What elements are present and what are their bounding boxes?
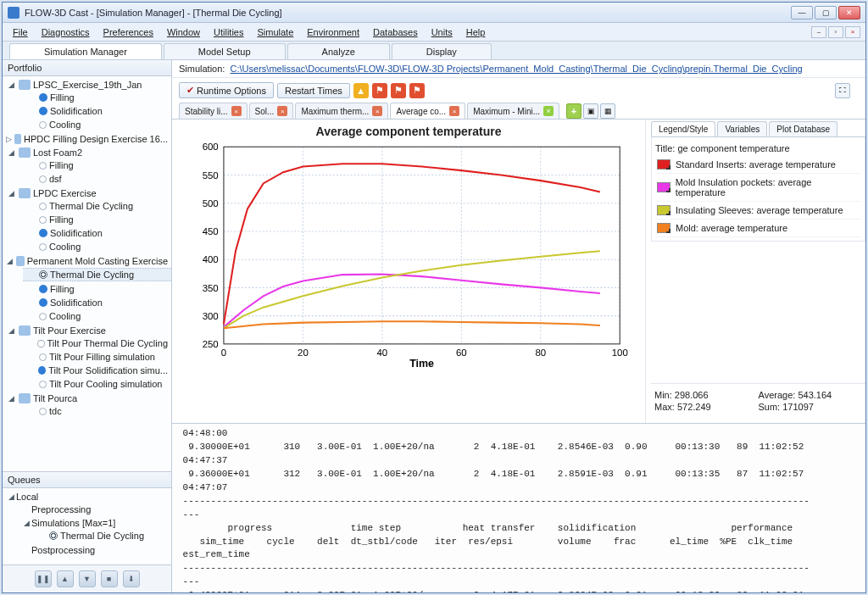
close-icon[interactable]: × <box>449 106 459 116</box>
legend-item[interactable]: Mold Insulation pockets: average tempera… <box>655 174 861 202</box>
close-icon[interactable]: × <box>277 106 287 116</box>
chart-tab-maxtherm[interactable]: Maximum therm...× <box>295 103 388 119</box>
move-down-button[interactable]: ▼ <box>79 570 96 587</box>
tree-item[interactable]: Thermal Die Cycling <box>23 200 171 212</box>
tab-legend-style[interactable]: Legend/Style <box>651 121 715 136</box>
maximize-chart-button[interactable]: ⛶ <box>835 83 850 98</box>
tab-analyze[interactable]: Analyze <box>287 43 390 59</box>
tree-item[interactable]: Cooling <box>23 310 171 322</box>
mdi-close-button[interactable]: × <box>845 26 860 38</box>
tree-item[interactable]: Solidification <box>23 227 171 239</box>
chart-tab-stability[interactable]: Stability li...× <box>179 103 248 119</box>
svg-text:500: 500 <box>203 198 219 209</box>
mdi-minimize-button[interactable]: – <box>811 26 826 38</box>
status-icon <box>39 229 47 237</box>
runtime-options-button[interactable]: ✔Runtime Options <box>179 82 274 98</box>
close-icon[interactable]: × <box>231 106 242 116</box>
portfolio-tree[interactable]: ◢LPSC_Exercise_19th_JanFillingSolidifica… <box>3 76 171 471</box>
tree-item[interactable]: Filling <box>23 159 171 171</box>
pause-button[interactable]: ❚❚ <box>35 570 52 587</box>
legend-swatch <box>657 205 670 215</box>
tree-folder[interactable]: ◢LPDC Exercise <box>3 187 171 199</box>
status-icon <box>39 298 47 307</box>
tab-simulation-manager[interactable]: Simulation Manager <box>9 43 162 59</box>
tree-item[interactable]: Thermal Die Cycling <box>23 268 171 281</box>
queue-item[interactable]: ◢Simulations [Max=1] <box>18 517 171 529</box>
menu-window[interactable]: Window <box>160 25 207 39</box>
chart-tab-average[interactable]: Average co...× <box>390 103 465 119</box>
tree-item[interactable]: Solidification <box>23 105 171 117</box>
portfolio-header: Portfolio <box>3 60 171 76</box>
tree-folder[interactable]: ◢Tilt Pour Exercise <box>3 325 171 336</box>
tree-item[interactable]: tdc <box>23 405 171 417</box>
svg-text:0: 0 <box>221 348 226 358</box>
menu-simulate[interactable]: Simulate <box>250 25 300 39</box>
stop-button[interactable]: ■ <box>101 570 118 587</box>
tab-display[interactable]: Display <box>392 43 492 59</box>
tree-folder[interactable]: ◢Lost Foam2 <box>3 147 171 158</box>
tree-folder[interactable]: ◢Tilt Pourca <box>3 392 171 404</box>
queue-item[interactable]: Postprocessing <box>18 544 171 556</box>
flag-icon-2[interactable]: ⚑ <box>391 83 406 98</box>
queue-root[interactable]: ◢Local <box>3 491 171 503</box>
download-button[interactable]: ⬇ <box>123 570 140 587</box>
menu-file[interactable]: File <box>6 25 35 39</box>
close-icon[interactable]: × <box>372 106 382 116</box>
main-panel: Simulation: C:\Users\melissac\Documents\… <box>172 60 865 592</box>
line-chart[interactable]: 020406080100250300350400450500550600Time <box>177 142 640 370</box>
tree-item[interactable]: Tilt Pour Filling simulation <box>23 351 171 363</box>
folder-icon <box>19 188 31 198</box>
flag-icon-3[interactable]: ⚑ <box>409 83 425 98</box>
chart-tab-sol[interactable]: Sol...× <box>249 103 294 119</box>
status-icon <box>39 162 47 170</box>
close-icon[interactable]: × <box>543 106 554 116</box>
legend-item[interactable]: Mold: average temperature <box>655 220 861 237</box>
close-button[interactable]: ✕ <box>838 6 860 19</box>
tree-item[interactable]: Filling <box>23 214 171 225</box>
tree-folder[interactable]: ◢Permanent Mold Casting Exercise <box>3 255 171 267</box>
tree-item[interactable]: Tilt Pour Cooling simulation <box>23 378 171 390</box>
chart-tab-maxmin[interactable]: Maximum - Mini...× <box>467 103 559 119</box>
flag-icon-1[interactable]: ⚑ <box>372 83 387 98</box>
chart-tabstrip: Stability li...× Sol...× Maximum therm..… <box>172 103 865 120</box>
run-toolbar: ✔Runtime Options Restart Times ▲ ⚑ ⚑ ⚑ ⛶ <box>172 78 865 103</box>
tree-item[interactable]: Filling <box>23 283 171 295</box>
layout-2-button[interactable]: ▦ <box>600 103 615 119</box>
warning-icon[interactable]: ▲ <box>353 83 369 98</box>
tree-folder[interactable]: ▷HPDC Filling Design Exercise 16... <box>3 133 171 145</box>
legend-item[interactable]: Standard Inserts: average temperature <box>655 156 861 174</box>
mdi-restore-button[interactable]: ▫ <box>828 26 843 38</box>
queue-item[interactable]: Preprocessing <box>18 503 171 515</box>
maximize-button[interactable]: ▢ <box>815 6 837 19</box>
menu-environment[interactable]: Environment <box>300 25 366 39</box>
menu-help[interactable]: Help <box>459 25 492 39</box>
queue-sim[interactable]: Thermal Die Cycling <box>33 530 171 542</box>
tree-folder[interactable]: ◢LPSC_Exercise_19th_Jan <box>3 79 171 91</box>
menu-units[interactable]: Units <box>425 25 459 39</box>
queues-tree[interactable]: ◢LocalPreprocessing◢Simulations [Max=1]T… <box>3 488 171 564</box>
add-chart-button[interactable]: + <box>566 103 581 119</box>
layout-1-button[interactable]: ▣ <box>583 103 598 119</box>
tree-item[interactable]: Solidification <box>23 297 171 309</box>
simulation-path-link[interactable]: C:\Users\melissac\Documents\FLOW-3D\FLOW… <box>231 64 803 74</box>
restart-times-button[interactable]: Restart Times <box>277 83 350 98</box>
legend-item[interactable]: Insulating Sleeves: average temperature <box>655 202 861 220</box>
move-up-button[interactable]: ▲ <box>57 570 74 587</box>
menu-preferences[interactable]: Preferences <box>97 25 160 39</box>
minimize-button[interactable]: — <box>791 6 813 19</box>
tree-item[interactable]: Tilt Pour Solidification simu... <box>23 364 171 376</box>
tree-item[interactable]: Tilt Pour Thermal Die Cycling <box>23 337 171 349</box>
tree-item[interactable]: dsf <box>23 173 171 185</box>
menu-diagnostics[interactable]: Diagnostics <box>35 25 97 39</box>
output-console[interactable]: 04:48:00 9.30000E+01 310 3.00E-01 1.00E+… <box>172 423 865 592</box>
tab-variables[interactable]: Variables <box>717 121 767 136</box>
tree-item[interactable]: Cooling <box>23 241 171 253</box>
status-icon <box>39 408 47 415</box>
tree-item[interactable]: Cooling <box>23 119 171 131</box>
tree-item[interactable]: Filling <box>23 92 171 103</box>
tab-model-setup[interactable]: Model Setup <box>164 43 286 59</box>
chart-title: Average component temperature <box>177 125 640 138</box>
tab-plot-database[interactable]: Plot Database <box>769 121 837 136</box>
menu-databases[interactable]: Databases <box>366 25 425 39</box>
menu-utilities[interactable]: Utilities <box>207 25 250 39</box>
